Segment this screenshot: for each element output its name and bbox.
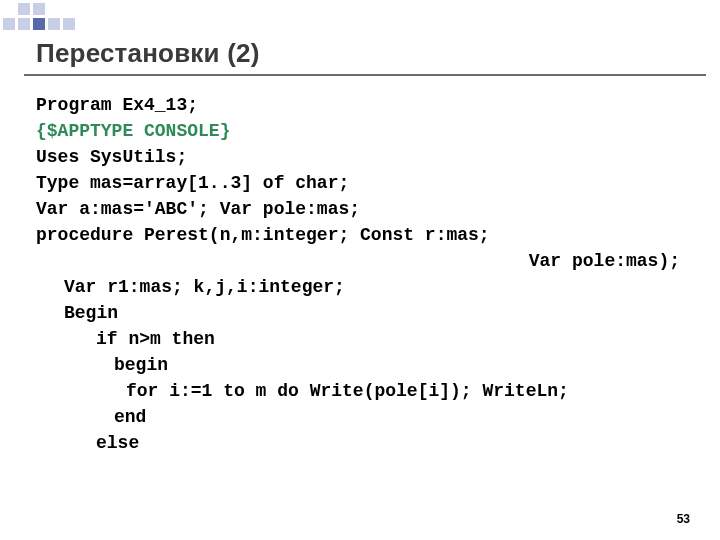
decor-square	[63, 18, 75, 30]
page-number: 53	[677, 512, 690, 526]
code-block: Program Ex4_13; {$APPTYPE CONSOLE} Uses …	[36, 92, 684, 456]
title-underline	[24, 74, 706, 76]
decor-square	[18, 3, 30, 15]
code-line: Var pole:mas);	[36, 248, 684, 274]
slide-title: Перестановки (2)	[36, 38, 260, 69]
decor-square	[18, 18, 30, 30]
decor-square	[33, 3, 45, 15]
code-line: else	[36, 430, 684, 456]
code-line: Program Ex4_13;	[36, 92, 684, 118]
code-line: if n>m then	[36, 326, 684, 352]
code-line: Uses SysUtils;	[36, 144, 684, 170]
decor-square	[3, 18, 15, 30]
code-line: begin	[36, 352, 684, 378]
code-line: Var a:mas='ABC'; Var pole:mas;	[36, 196, 684, 222]
code-line: for i:=1 to m do Write(pole[i]); WriteLn…	[36, 378, 684, 404]
decor-square	[48, 18, 60, 30]
code-line: Var r1:mas; k,j,i:integer;	[36, 274, 684, 300]
corner-decoration	[0, 0, 93, 35]
decor-square	[63, 3, 75, 15]
decor-square	[3, 3, 15, 15]
code-line: end	[36, 404, 684, 430]
decor-square	[78, 18, 90, 30]
code-line: Begin	[36, 300, 684, 326]
code-line: {$APPTYPE CONSOLE}	[36, 118, 684, 144]
code-line: procedure Perest(n,m:integer; Const r:ma…	[36, 222, 684, 248]
decor-square	[48, 3, 60, 15]
decor-square	[78, 3, 90, 15]
code-line: Type mas=array[1..3] of char;	[36, 170, 684, 196]
decor-square	[33, 18, 45, 30]
